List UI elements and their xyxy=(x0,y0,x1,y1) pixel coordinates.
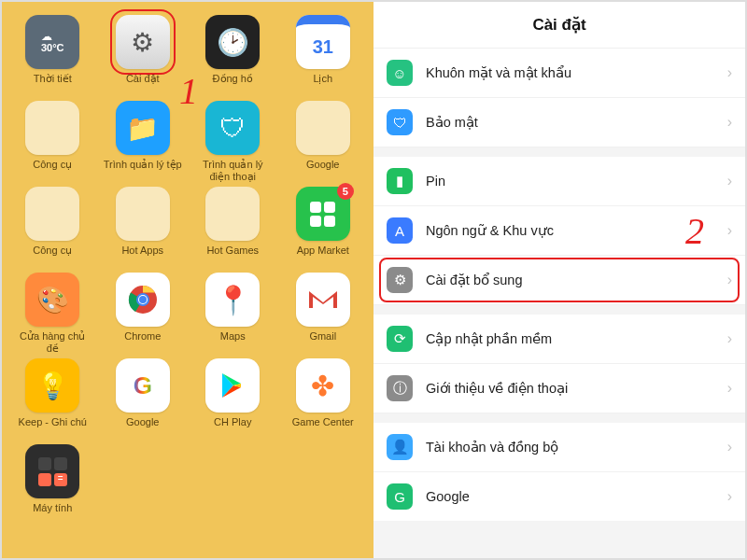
keep-icon: 💡 xyxy=(25,358,79,413)
app-label: Thời tiết xyxy=(34,73,72,97)
home-screen: ☁30°CThời tiết⚙Cài đặt🕑Đồng hồ31LịchCông… xyxy=(2,2,374,558)
app-folder-office[interactable]: Công cụ xyxy=(9,187,96,269)
app-label: Hot Apps xyxy=(121,245,163,269)
settings-row-label: Giới thiệu về điện thoại xyxy=(426,381,714,396)
chevron-right-icon: › xyxy=(727,64,732,81)
app-folder-google[interactable]: Google xyxy=(280,101,367,183)
folder-tools-icon xyxy=(25,101,79,155)
settings-row-gear[interactable]: ⚙Cài đặt bổ sung› xyxy=(374,256,745,305)
settings-row-update[interactable]: ⟳Cập nhật phần mềm› xyxy=(374,315,745,364)
app-play[interactable]: CH Play xyxy=(190,358,276,441)
settings-row-g[interactable]: GGoogle› xyxy=(374,472,745,521)
chevron-right-icon: › xyxy=(727,380,732,397)
app-label: Google xyxy=(126,416,159,441)
files-icon: 📁 xyxy=(116,101,170,155)
app-folder-hot[interactable]: Hot Apps xyxy=(100,187,187,269)
app-keep[interactable]: 💡Keep - Ghi chú xyxy=(9,358,96,441)
settings-row-user[interactable]: 👤Tài khoản và đồng bộ› xyxy=(374,423,745,472)
step-marker-1: 1 xyxy=(179,69,198,113)
calculator-icon: = xyxy=(25,444,79,498)
chevron-right-icon: › xyxy=(727,330,732,347)
app-files[interactable]: 📁Trình quản lý tệp xyxy=(100,101,187,183)
chevron-right-icon: › xyxy=(727,114,732,131)
step-marker-2: 2 xyxy=(685,209,704,253)
app-label: Gmail xyxy=(309,330,336,355)
gamecenter-icon: ✤ xyxy=(296,358,350,413)
app-badge: 5 xyxy=(337,183,354,200)
app-label: Cài đặt xyxy=(126,73,160,97)
svg-point-3 xyxy=(139,296,147,303)
settings-row-label: Khuôn mặt và mật khẩu xyxy=(426,65,714,80)
settings-title: Cài đặt xyxy=(374,2,745,49)
settings-row-battery[interactable]: ▮Pin› xyxy=(374,157,745,206)
gmail-icon xyxy=(296,273,350,327)
app-label: Google xyxy=(306,159,339,183)
folder-games-icon xyxy=(205,187,260,241)
app-shield[interactable]: 🛡Trình quản lý điện thoại xyxy=(190,101,276,183)
play-icon xyxy=(205,358,260,413)
face-icon: ☺ xyxy=(387,60,413,86)
gear-icon: ⚙ xyxy=(387,267,413,293)
app-google[interactable]: GGoogle xyxy=(100,358,187,441)
settings-panel: Cài đặt ☺Khuôn mặt và mật khẩu›🛡Bảo mật›… xyxy=(374,2,745,558)
settings-row-label: Google xyxy=(426,489,714,504)
section-gap xyxy=(374,413,745,423)
settings-row-label: Pin xyxy=(426,174,714,189)
settings-row-label: Cài đặt bổ sung xyxy=(426,273,714,287)
lang-icon: A xyxy=(387,217,413,244)
app-folder-tools[interactable]: Công cụ xyxy=(9,101,96,183)
app-label: Maps xyxy=(220,330,246,355)
settings-row-info[interactable]: ⓘGiới thiệu về điện thoại› xyxy=(374,364,745,413)
chevron-right-icon: › xyxy=(727,173,732,189)
maps-icon: 📍 xyxy=(205,273,260,327)
app-label: Lịch xyxy=(313,73,332,97)
app-label: Máy tính xyxy=(33,502,72,526)
user-icon: 👤 xyxy=(387,434,413,460)
settings-row-label: Tài khoản và đồng bộ xyxy=(426,440,714,455)
app-label: Đồng hồ xyxy=(213,73,253,97)
app-clock[interactable]: 🕑Đồng hồ xyxy=(190,15,276,97)
settings-row-label: Cập nhật phần mềm xyxy=(426,331,714,346)
app-label: Game Center xyxy=(292,416,354,441)
market-icon: 5 xyxy=(296,187,350,241)
app-label: Trình quản lý tệp xyxy=(104,159,182,183)
settings-icon: ⚙ xyxy=(116,15,170,69)
folder-google-icon xyxy=(296,101,350,155)
app-label: Hot Games xyxy=(206,245,259,269)
chevron-right-icon: › xyxy=(727,439,732,455)
g-icon: G xyxy=(387,483,413,510)
app-gmail[interactable]: Gmail xyxy=(280,273,367,355)
update-icon: ⟳ xyxy=(387,326,413,352)
chevron-right-icon: › xyxy=(727,488,732,505)
app-market[interactable]: 5App Market xyxy=(280,187,367,269)
app-calculator[interactable]: =Máy tính xyxy=(9,444,96,526)
app-folder-games[interactable]: Hot Games xyxy=(190,187,276,269)
google-icon: G xyxy=(116,358,170,413)
app-settings[interactable]: ⚙Cài đặt xyxy=(100,15,187,97)
settings-row-shield[interactable]: 🛡Bảo mật› xyxy=(374,98,745,147)
section-gap xyxy=(374,305,745,315)
app-label: Keep - Ghi chú xyxy=(19,416,87,441)
app-calendar[interactable]: 31Lịch xyxy=(280,15,367,97)
chrome-icon xyxy=(116,273,170,327)
chevron-right-icon: › xyxy=(727,272,732,288)
app-label: CH Play xyxy=(214,416,251,441)
folder-office-icon xyxy=(25,187,79,241)
app-chrome[interactable]: Chrome xyxy=(100,273,187,355)
battery-icon: ▮ xyxy=(387,168,413,194)
shield-icon: 🛡 xyxy=(205,101,260,155)
palette-icon: 🎨 xyxy=(25,273,79,327)
settings-row-face[interactable]: ☺Khuôn mặt và mật khẩu› xyxy=(374,49,745,98)
app-label: Chrome xyxy=(124,330,161,355)
settings-row-label: Ngôn ngữ & Khu vực xyxy=(426,223,714,238)
folder-hot-icon xyxy=(116,187,170,241)
info-icon: ⓘ xyxy=(387,375,413,401)
app-label: App Market xyxy=(297,245,349,269)
app-maps[interactable]: 📍Maps xyxy=(190,273,276,355)
settings-row-label: Bảo mật xyxy=(426,115,714,130)
app-palette[interactable]: 🎨Cửa hàng chủ đề xyxy=(9,273,96,355)
app-label: Trình quản lý điện thoại xyxy=(192,159,273,183)
shield-icon: 🛡 xyxy=(387,109,413,135)
app-gamecenter[interactable]: ✤Game Center xyxy=(280,358,367,441)
app-weather[interactable]: ☁30°CThời tiết xyxy=(9,15,96,97)
